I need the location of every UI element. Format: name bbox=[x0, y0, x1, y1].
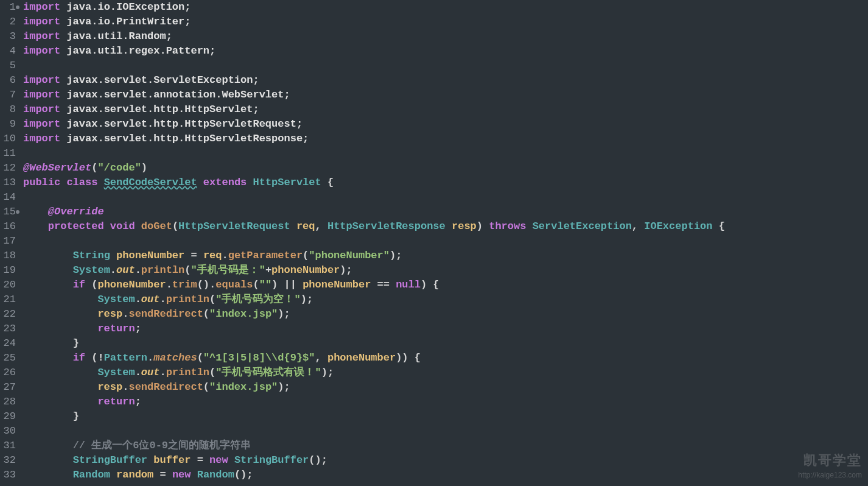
line-number: 3 bbox=[0, 29, 16, 44]
code-line[interactable]: System.out.println("手机号码格式有误！"); bbox=[23, 365, 725, 380]
line-number: 6 bbox=[0, 73, 16, 88]
code-line[interactable]: StringBuffer buffer = new StringBuffer()… bbox=[23, 453, 725, 468]
watermark: 凯哥学堂 http://kaige123.com bbox=[798, 453, 862, 482]
code-line[interactable] bbox=[23, 424, 725, 438]
line-number: 5 bbox=[0, 58, 16, 73]
line-number: 29 bbox=[0, 409, 16, 424]
code-line[interactable]: if (phoneNumber.trim().equals("") || pho… bbox=[23, 278, 725, 292]
line-number: 17 bbox=[0, 234, 16, 248]
code-line[interactable]: String phoneNumber = req.getParameter("p… bbox=[23, 248, 725, 263]
code-line[interactable]: // 生成一个6位0-9之间的随机字符串 bbox=[23, 438, 725, 453]
code-line[interactable]: System.out.println("手机号码为空！"); bbox=[23, 292, 725, 307]
code-line[interactable]: import javax.servlet.ServletException; bbox=[23, 73, 725, 88]
code-line[interactable]: Random random = new Random(); bbox=[23, 468, 725, 482]
line-number: 30 bbox=[0, 424, 16, 438]
code-line[interactable]: import java.io.PrintWriter; bbox=[23, 15, 725, 29]
code-line[interactable] bbox=[23, 190, 725, 205]
line-number: 4 bbox=[0, 44, 16, 58]
code-line[interactable]: resp.sendRedirect("index.jsp"); bbox=[23, 307, 725, 322]
line-number: 23 bbox=[0, 322, 16, 336]
line-number: 1 bbox=[0, 0, 16, 15]
code-line[interactable]: import javax.servlet.http.HttpServlet; bbox=[23, 102, 725, 117]
code-line[interactable]: if (!Pattern.matches("^1[3|5|8]\\d{9}$",… bbox=[23, 351, 725, 365]
line-number: 27 bbox=[0, 380, 16, 395]
code-editor[interactable]: 1234567891011121314151617181920212223242… bbox=[0, 0, 868, 486]
line-number: 31 bbox=[0, 438, 16, 453]
code-line[interactable] bbox=[23, 58, 725, 73]
code-line[interactable]: protected void doGet(HttpServletRequest … bbox=[23, 219, 725, 234]
watermark-url: http://kaige123.com bbox=[798, 468, 862, 482]
line-number: 24 bbox=[0, 336, 16, 351]
line-number: 2 bbox=[0, 15, 16, 29]
line-number: 33 bbox=[0, 468, 16, 482]
line-number: 9 bbox=[0, 117, 16, 132]
code-line[interactable] bbox=[23, 146, 725, 161]
code-line[interactable]: return; bbox=[23, 322, 725, 336]
line-number: 12 bbox=[0, 161, 16, 175]
line-number: 13 bbox=[0, 175, 16, 190]
line-number: 28 bbox=[0, 395, 16, 409]
line-number: 8 bbox=[0, 102, 16, 117]
line-number: 32 bbox=[0, 453, 16, 468]
code-line[interactable]: import javax.servlet.http.HttpServletRes… bbox=[23, 132, 725, 146]
line-number: 14 bbox=[0, 190, 16, 205]
code-line[interactable]: import javax.servlet.http.HttpServletReq… bbox=[23, 117, 725, 132]
code-line[interactable]: System.out.println("手机号码是："+phoneNumber)… bbox=[23, 263, 725, 278]
line-number: 26 bbox=[0, 365, 16, 380]
code-line[interactable]: } bbox=[23, 336, 725, 351]
code-line[interactable]: resp.sendRedirect("index.jsp"); bbox=[23, 380, 725, 395]
line-number: 20 bbox=[0, 278, 16, 292]
line-number: 18 bbox=[0, 248, 16, 263]
code-line[interactable]: public class SendCodeServlet extends Htt… bbox=[23, 175, 725, 190]
code-line[interactable]: } bbox=[23, 409, 725, 424]
code-line[interactable]: @WebServlet("/code") bbox=[23, 161, 725, 175]
code-line[interactable]: import javax.servlet.annotation.WebServl… bbox=[23, 88, 725, 102]
line-number: 25 bbox=[0, 351, 16, 365]
code-line[interactable] bbox=[23, 234, 725, 248]
code-line[interactable]: import java.util.regex.Pattern; bbox=[23, 44, 725, 58]
line-number-gutter: 1234567891011121314151617181920212223242… bbox=[0, 0, 18, 486]
line-number: 11 bbox=[0, 146, 16, 161]
line-number: 15 bbox=[0, 205, 16, 219]
line-number: 10 bbox=[0, 132, 16, 146]
code-line[interactable]: @Override bbox=[23, 205, 725, 219]
code-line[interactable]: import java.io.IOException; bbox=[23, 0, 725, 15]
line-number: 16 bbox=[0, 219, 16, 234]
code-area[interactable]: import java.io.IOException;import java.i… bbox=[18, 0, 725, 486]
line-number: 19 bbox=[0, 263, 16, 278]
code-line[interactable]: return; bbox=[23, 395, 725, 409]
line-number: 22 bbox=[0, 307, 16, 322]
code-line[interactable]: import java.util.Random; bbox=[23, 29, 725, 44]
line-number: 21 bbox=[0, 292, 16, 307]
watermark-title: 凯哥学堂 bbox=[798, 453, 862, 468]
line-number: 7 bbox=[0, 88, 16, 102]
